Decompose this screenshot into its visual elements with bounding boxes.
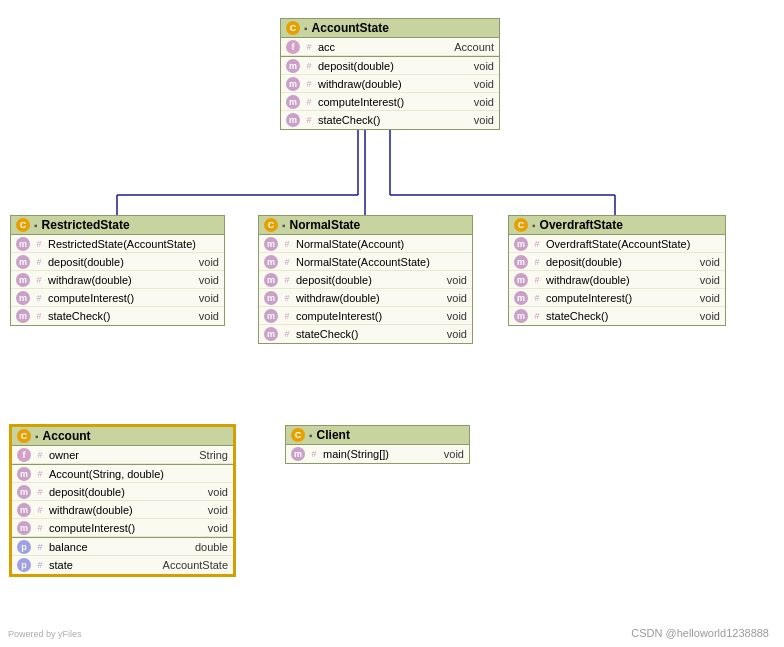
csdn-watermark: CSDN @helloworld1238888 xyxy=(631,627,769,639)
class-name-overdraftstate: OverdraftState xyxy=(540,218,623,232)
badge-c-accountstate: C xyxy=(286,21,300,35)
class-client[interactable]: C ▪ Client m # main(String[]) void xyxy=(285,425,470,464)
class-header-client: C ▪ Client xyxy=(286,426,469,445)
class-name-accountstate: AccountState xyxy=(312,21,389,35)
method-account-constructor: m # Account(String, double) xyxy=(12,465,233,483)
field-owner: f # owner String xyxy=(12,446,233,464)
class-accountstate[interactable]: C ▪ AccountState f # acc Account m # dep… xyxy=(280,18,500,130)
class-name-restrictedstate: RestrictedState xyxy=(42,218,130,232)
vis-icon: # xyxy=(303,41,315,53)
badge-f: f xyxy=(286,40,300,54)
method-deposit: m # deposit(double) void xyxy=(281,57,499,75)
badge-m: m xyxy=(286,59,300,73)
class-header-normalstate: C ▪ NormalState xyxy=(259,216,472,235)
method-computeinterest: m # computeInterest() void xyxy=(281,93,499,111)
class-normalstate[interactable]: C ▪ NormalState m # NormalState(Account)… xyxy=(258,215,473,344)
prop-balance: p # balance double xyxy=(12,538,233,556)
watermark: Powered by yFiles xyxy=(8,629,82,639)
class-body-accountstate: f # acc Account m # deposit(double) void… xyxy=(281,38,499,129)
class-name-normalstate: NormalState xyxy=(290,218,361,232)
diagram-container: C ▪ AccountState f # acc Account m # dep… xyxy=(0,0,784,647)
class-overdraftstate[interactable]: C ▪ OverdraftState m # OverdraftState(Ac… xyxy=(508,215,726,326)
class-header-restrictedstate: C ▪ RestrictedState xyxy=(11,216,224,235)
class-restrictedstate[interactable]: C ▪ RestrictedState m # RestrictedState(… xyxy=(10,215,225,326)
prop-state: p # state AccountState xyxy=(12,556,233,574)
class-name-client: Client xyxy=(317,428,350,442)
method-main: m # main(String[]) void xyxy=(286,445,469,463)
field-acc: f # acc Account xyxy=(281,38,499,56)
class-name-account: Account xyxy=(43,429,91,443)
class-header-account: C ▪ Account xyxy=(12,427,233,446)
class-header-overdraftstate: C ▪ OverdraftState xyxy=(509,216,725,235)
class-header-accountstate: C ▪ AccountState xyxy=(281,19,499,38)
method-statecheck: m # stateCheck() void xyxy=(281,111,499,129)
method-withdraw: m # withdraw(double) void xyxy=(281,75,499,93)
class-account[interactable]: C ▪ Account f # owner String m # Account… xyxy=(10,425,235,576)
